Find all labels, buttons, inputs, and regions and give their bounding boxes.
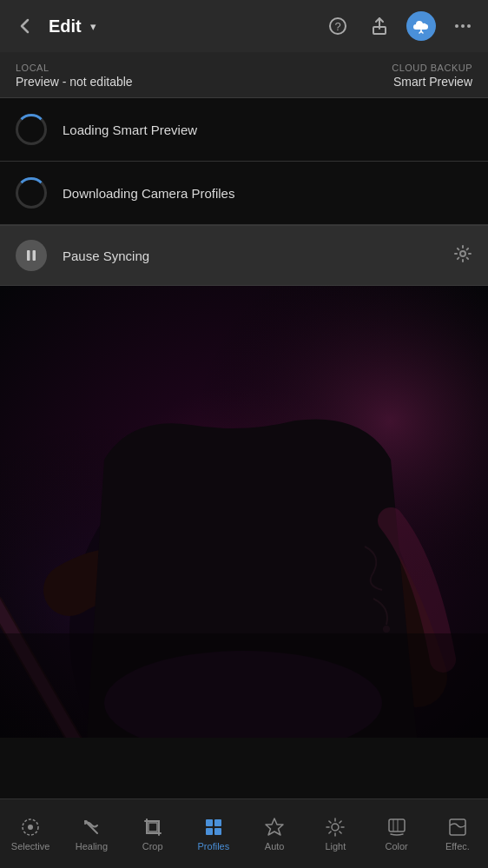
color-icon [386,817,407,838]
loading-item-smart-preview: Loading Smart Preview [0,98,488,162]
preview-bar: LOCAL Preview - not editable CLOUD BACKU… [0,52,488,98]
svg-point-4 [455,24,458,28]
share-button[interactable] [365,11,394,41]
svg-rect-38 [389,819,405,832]
profiles-label: Profiles [198,841,230,851]
svg-rect-26 [214,819,221,826]
help-button[interactable]: ? [323,11,353,41]
auto-icon [264,817,285,838]
top-bar: Edit ▾ ? [0,0,488,52]
selective-icon [20,817,41,838]
nav-item-color[interactable]: Color [371,810,423,858]
cloud-info: CLOUD BACKUP Smart Preview [392,63,472,89]
svg-point-22 [28,825,33,830]
photo-image [0,286,488,738]
cloud-label: CLOUD BACKUP [392,63,472,73]
nav-item-effects[interactable]: Effec. [432,810,484,858]
svg-rect-28 [214,828,221,835]
more-button[interactable] [448,11,478,41]
auto-label: Auto [265,841,285,851]
svg-point-29 [332,824,339,831]
healing-label: Healing [76,841,108,851]
nav-item-auto[interactable]: Auto [248,810,300,858]
svg-rect-27 [206,828,213,835]
selective-label: Selective [11,841,50,851]
svg-point-23 [84,820,88,824]
nav-item-light[interactable]: Light [309,810,361,858]
svg-line-34 [329,820,331,822]
page-title: Edit [49,17,82,36]
photo-area [0,286,488,738]
bottom-nav: Selective Healing Crop [0,798,488,868]
panel-content: LOCAL Preview - not editable CLOUD BACKU… [0,52,488,286]
local-info: LOCAL Preview - not editable [16,63,133,89]
color-label: Color [385,841,407,851]
top-bar-right: ? [323,11,478,41]
svg-point-18 [383,626,390,633]
crop-label: Crop [142,841,163,851]
pause-sync-label: Pause Syncing [63,248,453,263]
local-value: Preview - not editable [16,75,133,89]
light-label: Light [325,841,346,851]
svg-line-35 [340,831,341,832]
nav-item-crop[interactable]: Crop [127,810,179,858]
nav-item-selective[interactable]: Selective [4,810,56,858]
light-icon [325,817,346,838]
svg-rect-20 [0,633,488,738]
spinner-camera-profiles [16,177,47,209]
nav-item-healing[interactable]: Healing [65,810,117,858]
pause-icon [16,240,47,271]
profiles-icon [203,817,224,838]
svg-rect-7 [27,250,30,261]
svg-line-37 [329,831,331,832]
pause-sync-row[interactable]: Pause Syncing [0,225,488,286]
spinner-smart-preview [16,114,47,145]
dropdown-arrow[interactable]: ▾ [90,20,96,33]
effects-label: Effec. [445,841,470,851]
cloud-value: Smart Preview [392,75,472,89]
loading-smart-preview-text: Loading Smart Preview [63,123,197,137]
svg-text:?: ? [334,20,340,33]
loading-camera-profiles-text: Downloading Camera Profiles [63,186,234,201]
svg-line-36 [340,820,341,822]
loading-item-camera-profiles: Downloading Camera Profiles [0,162,488,225]
svg-rect-25 [206,819,213,826]
svg-point-9 [460,251,465,256]
top-bar-left: Edit ▾ [10,11,96,41]
nav-item-profiles[interactable]: Profiles [188,810,240,858]
crop-icon [142,817,163,838]
healing-icon [81,817,102,838]
back-button[interactable] [10,11,40,41]
svg-point-5 [461,24,465,28]
cloud-sync-button[interactable] [406,11,436,41]
svg-rect-24 [148,823,157,832]
svg-rect-8 [33,250,36,261]
local-label: LOCAL [16,63,133,73]
effects-icon [447,817,468,838]
svg-point-6 [467,24,471,28]
settings-gear-icon[interactable] [453,244,472,268]
